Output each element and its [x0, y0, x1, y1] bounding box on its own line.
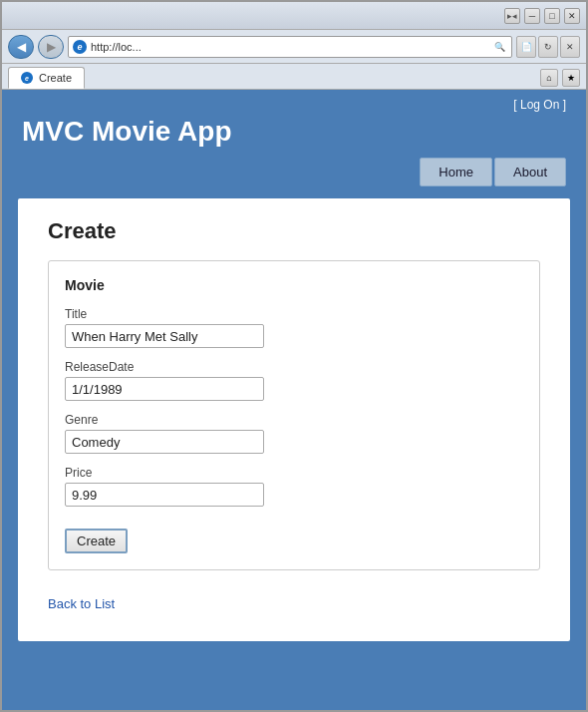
title-label: Title — [65, 307, 523, 321]
stop-button[interactable]: ✕ — [560, 36, 580, 58]
main-area: Create Movie Title ReleaseDate Genre — [2, 186, 586, 710]
address-side-buttons: 📄 ↻ ✕ — [516, 36, 580, 58]
app-title: MVC Movie App — [22, 116, 566, 148]
minimize-button[interactable]: ─ — [524, 8, 540, 24]
price-input[interactable] — [65, 483, 264, 507]
form-section-title: Movie — [65, 277, 523, 293]
address-field-wrap: e http://loc... 🔍 — [68, 36, 512, 58]
genre-label: Genre — [65, 413, 523, 427]
content-box: Create Movie Title ReleaseDate Genre — [18, 198, 570, 641]
home-nav-button[interactable]: Home — [420, 158, 492, 186]
release-date-input[interactable] — [65, 377, 264, 401]
log-on-bar: [ Log On ] — [22, 98, 566, 112]
tab-ie-icon: e — [21, 72, 33, 84]
genre-input[interactable] — [65, 430, 264, 454]
reload-button[interactable]: ↻ — [538, 36, 558, 58]
address-bar: ◀ ▶ e http://loc... 🔍 📄 ↻ ✕ — [2, 30, 586, 64]
app-header: [ Log On ] MVC Movie App Home About — [2, 90, 586, 186]
refresh-page-button[interactable]: 📄 — [516, 36, 536, 58]
release-date-field-group: ReleaseDate — [65, 360, 523, 401]
create-submit-button[interactable]: Create — [65, 529, 128, 553]
release-date-label: ReleaseDate — [65, 360, 523, 374]
browser-right-icons: ⌂ ★ — [540, 69, 580, 87]
forward-button[interactable]: ▶ — [38, 35, 64, 59]
maximize-button[interactable]: □ — [544, 8, 560, 24]
title-bar-buttons: ─ □ ✕ — [524, 8, 580, 24]
log-on-link[interactable]: [ Log On ] — [513, 98, 566, 112]
tab-label: Create — [39, 72, 72, 84]
title-bar: ▸◂ ─ □ ✕ — [2, 2, 586, 30]
favorites-icon[interactable]: ★ — [562, 69, 580, 87]
back-to-list-link[interactable]: Back to List — [48, 596, 115, 611]
form-section: Movie Title ReleaseDate Genre Pr — [48, 260, 540, 570]
close-button[interactable]: ✕ — [564, 8, 580, 24]
back-button[interactable]: ◀ — [8, 35, 34, 59]
about-nav-button[interactable]: About — [494, 158, 566, 186]
active-tab[interactable]: e Create — [8, 67, 85, 89]
genre-field-group: Genre — [65, 413, 523, 454]
nav-menu: Home About — [22, 158, 566, 186]
app-content: [ Log On ] MVC Movie App Home About Crea… — [2, 90, 586, 710]
title-field-group: Title — [65, 307, 523, 348]
browser-window: ▸◂ ─ □ ✕ ◀ ▶ e http://loc... 🔍 📄 ↻ ✕ e C… — [0, 0, 588, 712]
page-title: Create — [48, 218, 540, 244]
price-field-group: Price — [65, 466, 523, 507]
title-input[interactable] — [65, 324, 264, 348]
tab-bar: e Create ⌂ ★ — [2, 64, 586, 90]
price-label: Price — [65, 466, 523, 480]
title-bar-icon[interactable]: ▸◂ — [504, 8, 520, 24]
ie-icon: e — [73, 40, 87, 54]
home-icon[interactable]: ⌂ — [540, 69, 558, 87]
address-search-icon[interactable]: 🔍 — [492, 42, 507, 52]
address-text: http://loc... — [91, 41, 488, 53]
